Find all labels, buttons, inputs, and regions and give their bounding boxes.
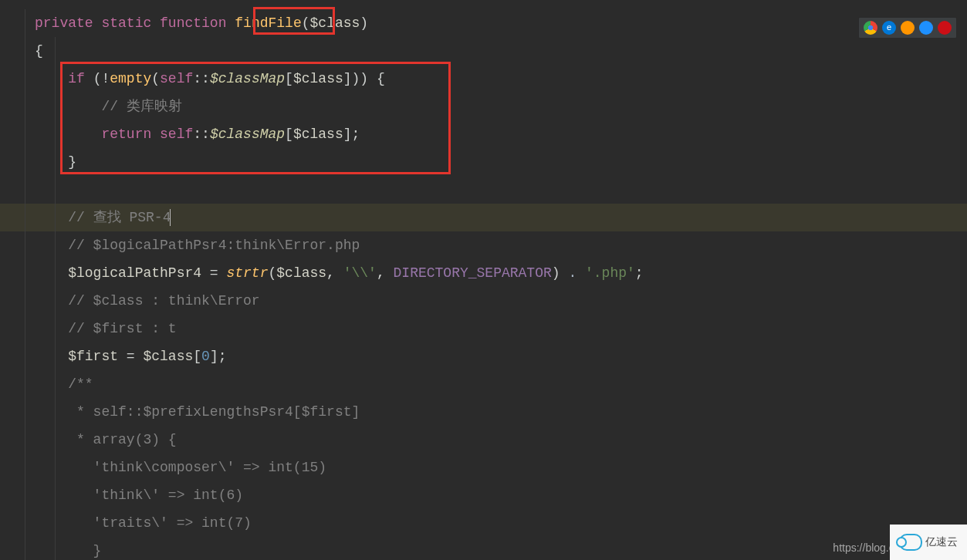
code-line	[0, 176, 967, 204]
code-line: // $logicalPathPsr4:think\Error.php	[0, 231, 967, 259]
opera-icon[interactable]	[938, 21, 952, 35]
safari-icon[interactable]	[919, 21, 933, 35]
code-line: /**	[0, 370, 967, 398]
code-line: }	[0, 537, 967, 560]
edge-icon[interactable]: e	[882, 21, 896, 35]
code-line: {	[0, 37, 967, 65]
highlight-box-function	[253, 7, 335, 35]
code-line: $first = $class[0];	[0, 342, 967, 370]
code-line: // $class : think\Error	[0, 287, 967, 315]
code-line: * array(3) {	[0, 426, 967, 454]
gutter	[0, 9, 25, 560]
watermark-logo: 亿速云	[890, 525, 967, 560]
code-line: $logicalPathPsr4 = strtr($class, '\\', D…	[0, 259, 967, 287]
cloud-icon	[899, 534, 922, 551]
indent-guide	[55, 37, 56, 560]
code-line-active: // 查找 PSR-4	[0, 204, 967, 231]
code-editor[interactable]: private static function findFile($class)…	[0, 0, 967, 560]
code-line: 'think\composer\' => int(15)	[0, 454, 967, 481]
code-line: private static function findFile($class)	[0, 9, 967, 37]
code-line: // $first : t	[0, 315, 967, 342]
caret-icon	[170, 209, 171, 226]
browser-toolbar: e	[858, 17, 957, 39]
code-line: 'traits\' => int(7)	[0, 509, 967, 537]
highlight-box-block	[60, 62, 451, 174]
chrome-icon[interactable]	[864, 21, 877, 35]
code-line: * self::$prefixLengthsPsr4[$first]	[0, 398, 967, 426]
firefox-icon[interactable]	[901, 21, 915, 35]
code-line: 'think\' => int(6)	[0, 481, 967, 509]
